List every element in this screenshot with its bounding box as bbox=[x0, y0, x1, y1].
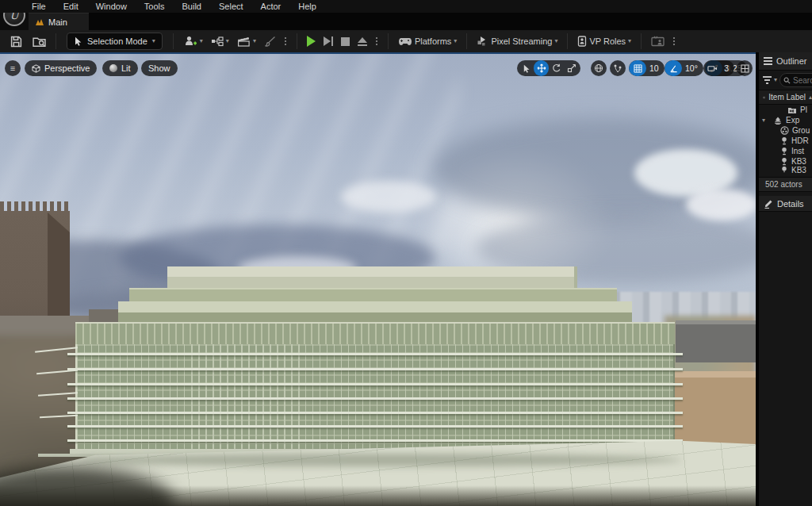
grid-snap-value: 10 bbox=[646, 63, 665, 73]
toolbar-separator bbox=[388, 33, 389, 49]
platforms-dropdown[interactable]: Platforms ▾ bbox=[398, 36, 457, 47]
menu-file[interactable]: File bbox=[32, 2, 46, 11]
cinematics-button[interactable]: ▾ bbox=[237, 36, 256, 47]
menu-actor[interactable]: Actor bbox=[261, 2, 282, 11]
menu-tools[interactable]: Tools bbox=[144, 2, 165, 11]
platforms-label: Platforms bbox=[415, 36, 451, 46]
menu-build[interactable]: Build bbox=[182, 2, 201, 11]
outliner-tab[interactable]: Outliner bbox=[759, 52, 812, 71]
chevron-down-icon: ▾ bbox=[454, 38, 457, 44]
building-ledge bbox=[67, 439, 683, 442]
building-ledge bbox=[67, 368, 683, 370]
gamepad-icon bbox=[398, 36, 412, 47]
grid-snap-control[interactable]: 10 bbox=[629, 60, 665, 76]
toolbar-end-dots[interactable] bbox=[673, 40, 675, 42]
pixel-streaming-label: Pixel Streaming bbox=[491, 36, 552, 46]
vp-roles-dropdown[interactable]: VP Roles ▾ bbox=[577, 36, 631, 47]
row-label: KB3 bbox=[791, 157, 806, 166]
rotation-snap-control[interactable]: 10° bbox=[665, 60, 703, 76]
toolbar-separator bbox=[297, 33, 297, 49]
outliner-column-header[interactable]: Item Label ▴ bbox=[759, 90, 812, 105]
cine-camera-folder-icon bbox=[787, 106, 797, 114]
toolbar-separator bbox=[567, 33, 568, 49]
scale-tool-button[interactable] bbox=[564, 60, 579, 76]
rotation-snap-icon bbox=[665, 60, 682, 76]
sphere-icon bbox=[109, 64, 117, 72]
world-space-button[interactable] bbox=[591, 60, 607, 76]
filter-icon[interactable] bbox=[763, 76, 772, 84]
surface-snapping-button[interactable] bbox=[610, 60, 626, 76]
camera-speed[interactable]: 3 bbox=[703, 60, 734, 76]
select-tool-button[interactable] bbox=[519, 60, 534, 76]
search-input[interactable] bbox=[793, 76, 812, 85]
search-box[interactable] bbox=[779, 73, 812, 87]
blueprints-button[interactable]: ▾ bbox=[211, 36, 229, 47]
viewport-options-button[interactable]: ≡ bbox=[5, 60, 21, 76]
move-icon bbox=[537, 63, 546, 73]
perspective-dropdown[interactable]: Perspective bbox=[25, 60, 97, 76]
play-button[interactable] bbox=[307, 36, 316, 47]
chevron-down-icon: ▾ bbox=[628, 38, 631, 44]
play-options-dots[interactable] bbox=[376, 40, 377, 42]
toolbar-separator bbox=[173, 33, 174, 49]
pixel-streaming-dropdown[interactable]: Pixel Streaming ▾ bbox=[477, 36, 557, 47]
outliner-row[interactable]: Grou bbox=[759, 125, 812, 136]
skip-button[interactable] bbox=[324, 36, 333, 46]
eject-button[interactable] bbox=[358, 37, 367, 46]
menu-select[interactable]: Select bbox=[219, 2, 243, 11]
outliner-row[interactable]: HDR bbox=[759, 136, 812, 146]
tab-main[interactable]: Main bbox=[29, 13, 89, 30]
save-button[interactable] bbox=[10, 36, 22, 48]
row-label: HDR bbox=[791, 136, 809, 145]
item-label-header: Item Label bbox=[768, 93, 806, 102]
light-actor-icon bbox=[780, 167, 788, 173]
building-ledge bbox=[67, 383, 683, 385]
add-actor-button[interactable]: ▾ bbox=[183, 35, 203, 48]
details-pencil-icon bbox=[764, 199, 773, 209]
stop-button[interactable] bbox=[341, 37, 350, 46]
toolbar-separator bbox=[466, 33, 467, 49]
show-dropdown[interactable]: Show bbox=[141, 60, 178, 76]
menu-help[interactable]: Help bbox=[298, 2, 316, 11]
transform-tool-group bbox=[517, 60, 580, 76]
chevron-down-icon: ▾ bbox=[152, 38, 155, 44]
rotate-tool-button[interactable] bbox=[549, 60, 564, 76]
outliner-row[interactable]: Inst bbox=[759, 146, 812, 156]
details-tab[interactable]: Details bbox=[759, 196, 812, 212]
left-tower-crenellation bbox=[0, 201, 70, 213]
step-icon bbox=[324, 36, 331, 46]
row-label: Pl bbox=[800, 105, 807, 114]
main-toolbar: Selection Mode ▾ ▾ ▾ ▾ Platforms ▾ Pixel… bbox=[0, 30, 812, 53]
row-label: Grou bbox=[792, 126, 810, 135]
chevron-down-icon: ▾ bbox=[554, 38, 557, 44]
outliner-row-partial[interactable]: KB3 bbox=[759, 167, 812, 173]
menu-window[interactable]: Window bbox=[96, 2, 127, 11]
selection-mode-dropdown[interactable]: Selection Mode ▾ bbox=[67, 33, 163, 50]
move-tool-button[interactable] bbox=[534, 60, 549, 76]
quad-view-button[interactable] bbox=[737, 60, 753, 76]
modes-brush-button[interactable] bbox=[264, 36, 276, 47]
eye-icon[interactable] bbox=[763, 94, 765, 101]
toolbar-overflow-dots[interactable] bbox=[285, 40, 286, 42]
expand-chevron-icon[interactable]: ▾ bbox=[762, 117, 765, 124]
light-actor-icon bbox=[780, 136, 788, 145]
menu-edit[interactable]: Edit bbox=[63, 2, 79, 11]
cloud-white-right2 bbox=[686, 189, 756, 220]
pixel-streaming-icon bbox=[477, 36, 488, 47]
toolbar-separator bbox=[56, 33, 56, 49]
quad-grid-icon bbox=[741, 64, 749, 73]
outliner-row[interactable]: Pl bbox=[759, 105, 812, 115]
lit-dropdown[interactable]: Lit bbox=[102, 60, 138, 76]
search-icon bbox=[783, 77, 791, 84]
rotation-snap-value: 10° bbox=[682, 63, 703, 73]
actor-count-status: 502 actors bbox=[759, 177, 812, 192]
step-bar-icon bbox=[331, 36, 333, 46]
outliner-row[interactable]: KB3 bbox=[759, 156, 812, 167]
building-fin-band bbox=[75, 322, 675, 344]
content-browser-button[interactable] bbox=[33, 36, 46, 48]
light-actor-icon bbox=[780, 157, 788, 166]
level-viewport[interactable]: ≡ Perspective Lit Show 10 bbox=[0, 52, 756, 506]
remote-session-button[interactable] bbox=[651, 36, 665, 47]
chevron-down-icon[interactable]: ▾ bbox=[774, 77, 777, 83]
outliner-row[interactable]: ▾ Exp bbox=[759, 115, 812, 125]
